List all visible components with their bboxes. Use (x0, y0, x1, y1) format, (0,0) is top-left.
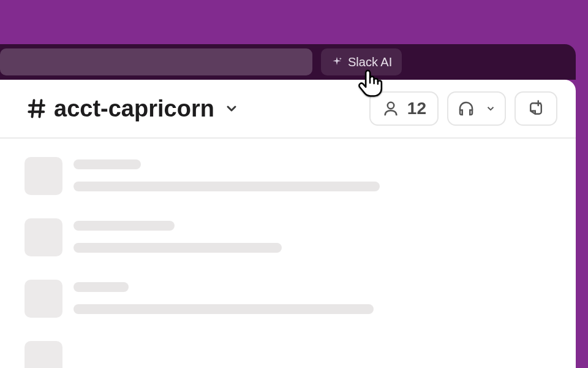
message-skeleton (24, 280, 551, 326)
person-icon (382, 99, 400, 118)
hash-icon (26, 98, 48, 120)
members-button[interactable]: 12 (369, 91, 439, 126)
window-topbar: Slack AI (0, 44, 576, 80)
add-canvas-icon (527, 99, 545, 118)
skeleton-line (74, 182, 380, 191)
skeleton-line (74, 304, 374, 314)
canvas-button[interactable] (514, 91, 557, 126)
message-list (0, 139, 576, 368)
channel-pane: acct-capricorn 12 (0, 80, 576, 368)
skeleton-line (74, 221, 175, 231)
channel-header: acct-capricorn 12 (0, 80, 576, 139)
avatar (24, 280, 62, 318)
svg-point-0 (388, 102, 394, 109)
skeleton-line (74, 243, 282, 253)
chevron-down-icon (485, 103, 496, 114)
chevron-down-icon (224, 101, 239, 116)
slack-ai-button-label: Slack AI (348, 55, 392, 69)
huddle-button[interactable] (447, 91, 506, 126)
slack-ai-button[interactable]: Slack AI (321, 48, 402, 75)
skeleton-line (74, 159, 141, 169)
sparkle-icon (331, 56, 343, 68)
message-skeleton (24, 341, 551, 368)
avatar (24, 218, 62, 256)
skeleton-line (74, 282, 129, 292)
avatar (24, 157, 62, 195)
channel-title-button[interactable]: acct-capricorn (26, 96, 239, 122)
message-skeleton (24, 218, 551, 265)
members-count: 12 (407, 99, 426, 118)
message-skeleton (24, 157, 551, 204)
search-input[interactable] (0, 48, 312, 75)
avatar (24, 341, 62, 368)
channel-name: acct-capricorn (54, 96, 214, 122)
headphones-icon (457, 99, 475, 118)
